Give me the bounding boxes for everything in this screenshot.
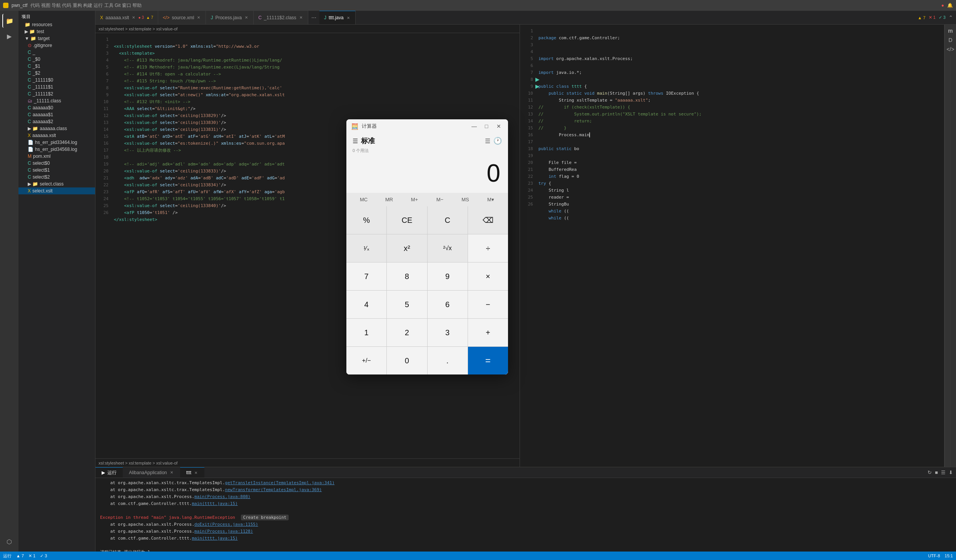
console-link-5[interactable]: doExit(Process.java:1155) bbox=[194, 522, 258, 527]
sidebar-item-_[interactable]: C _ bbox=[18, 49, 95, 56]
scroll-icon[interactable]: ⬇ bbox=[949, 470, 953, 475]
console-link-3[interactable]: main(Process.java:808) bbox=[194, 494, 251, 499]
run-line-btn[interactable]: ▶ bbox=[535, 83, 540, 89]
sidebar-item-_11111class[interactable]: 🗂 _11111.class bbox=[18, 97, 95, 104]
sidebar-item-hs-err-33464[interactable]: 📄 hs_err_pid33464.log bbox=[18, 139, 95, 146]
calc-negate-btn[interactable]: +/− bbox=[346, 347, 386, 374]
sidebar-item-select-class[interactable]: ▶ 📁 select.class bbox=[18, 181, 95, 187]
calc-4-btn[interactable]: 4 bbox=[346, 291, 386, 318]
expand-icon[interactable]: ⌃ bbox=[949, 15, 953, 20]
calc-close-btn[interactable]: ✕ bbox=[494, 122, 503, 131]
bottom-tab-alibana[interactable]: AlibanaApplication ✕ bbox=[123, 467, 180, 478]
sidebar-item-_11111$2[interactable]: C _11111$2 bbox=[18, 90, 95, 97]
sidebar-item-select$2[interactable]: C select$2 bbox=[18, 174, 95, 181]
sidebar-item-_$0[interactable]: C _$0 bbox=[18, 56, 95, 63]
tab-aaaaaa-xslt[interactable]: X aaaaaa.xslt ✕ ● 3 ▲ 7 bbox=[95, 11, 158, 24]
tab-tttt-java[interactable]: J tttt.java ✕ bbox=[319, 11, 356, 24]
calc-3-btn[interactable]: 3 bbox=[428, 319, 468, 346]
calc-minimize-btn[interactable]: — bbox=[470, 122, 479, 131]
sidebar-item-aaaaaa$0[interactable]: C aaaaaa$0 bbox=[18, 104, 95, 111]
console-link-2[interactable]: newTransformer(TemplatesImpl.java:369) bbox=[225, 487, 322, 492]
tab-process-java[interactable]: J Process.java ✕ bbox=[206, 11, 254, 24]
rerun-icon[interactable]: ↻ bbox=[928, 470, 932, 475]
calc-mv-btn[interactable]: M▾ bbox=[478, 195, 503, 204]
toolbar-inspect[interactable]: D bbox=[948, 37, 952, 43]
console-link-4[interactable]: main(tttt.java:15) bbox=[192, 501, 237, 506]
right-code-content[interactable]: package com.ctf.game.Controller; import … bbox=[535, 25, 944, 467]
sidebar-item-aaaaaa-xslt[interactable]: X aaaaaa.xslt bbox=[18, 132, 95, 139]
calc-mc-btn[interactable]: MC bbox=[351, 195, 376, 204]
sidebar-item-_$2[interactable]: C _$2 bbox=[18, 70, 95, 77]
clear-icon[interactable]: ☰ bbox=[941, 470, 946, 475]
calc-5-btn[interactable]: 5 bbox=[387, 291, 427, 318]
calc-8-btn[interactable]: 8 bbox=[387, 262, 427, 290]
calc-hamburger-icon[interactable]: ☰ bbox=[353, 137, 358, 145]
calc-0-btn[interactable]: 0 bbox=[387, 347, 427, 374]
tab-close-source-xml[interactable]: ✕ bbox=[196, 15, 201, 20]
console-link-6[interactable]: main(Process.java:1128) bbox=[194, 529, 253, 534]
calc-equals-btn[interactable]: = bbox=[468, 347, 508, 374]
right-editor-content[interactable]: 1234567891011121314151617181920212223242… bbox=[520, 25, 944, 467]
git-icon[interactable]: ⬡ bbox=[2, 535, 16, 548]
sidebar-item-_$1[interactable]: C _$1 bbox=[18, 63, 95, 70]
tab-close-process-java[interactable]: ✕ bbox=[244, 15, 249, 20]
calc-divide-btn[interactable]: ÷ bbox=[468, 234, 508, 262]
tab-close-tttt-java[interactable]: ✕ bbox=[346, 15, 351, 20]
calc-sqrt-btn[interactable]: ²√x bbox=[428, 234, 468, 262]
bottom-tab-tttt[interactable]: tttt ✕ bbox=[180, 467, 204, 478]
calc-1-btn[interactable]: 1 bbox=[346, 319, 386, 346]
bottom-tab-run[interactable]: ▶ 运行 bbox=[95, 467, 123, 478]
tab-_11111$2-class[interactable]: C _11111$2.class ✕ bbox=[254, 11, 308, 24]
calc-plus-btn[interactable]: + bbox=[468, 319, 508, 346]
sidebar-item-pom-xml[interactable]: M pom.xml bbox=[18, 153, 95, 160]
sidebar-item-select$1[interactable]: C select$1 bbox=[18, 167, 95, 174]
sidebar-item-select-xslt[interactable]: X select.xslt bbox=[18, 187, 95, 194]
calc-mplus-btn[interactable]: M+ bbox=[402, 195, 427, 204]
sidebar-item-resources[interactable]: 📁 resources bbox=[18, 21, 95, 28]
sidebar-item-select$0[interactable]: C select$0 bbox=[18, 160, 95, 167]
sidebar-item-gitignore[interactable]: ⊙ .gitignore bbox=[18, 42, 95, 49]
console-link-1[interactable]: getTransletInstance(TemplatesImpl.java:3… bbox=[225, 480, 335, 485]
toolbar-bookmark[interactable]: </> bbox=[946, 46, 954, 52]
sidebar-item-_11111$1[interactable]: C _11111$1 bbox=[18, 84, 95, 90]
sidebar-item-test[interactable]: ▶ 📁 test bbox=[18, 28, 95, 35]
calc-reciprocal-btn[interactable]: ¹⁄ₓ bbox=[346, 234, 386, 262]
calc-ms-btn[interactable]: MS bbox=[453, 195, 478, 204]
sidebar-item-aaaaaa$1[interactable]: C aaaaaa$1 bbox=[18, 111, 95, 118]
calc-mr-btn[interactable]: MR bbox=[376, 195, 402, 204]
sidebar-item-hs-err-34568[interactable]: 📄 hs_err_pid34568.log bbox=[18, 146, 95, 153]
console-link-7[interactable]: main(tttt.java:15) bbox=[192, 536, 237, 541]
calc-multiply-btn[interactable]: × bbox=[468, 262, 508, 290]
explorer-icon[interactable]: 📁 bbox=[2, 14, 16, 28]
sidebar-item-aaaaaa$2[interactable]: C aaaaaa$2 bbox=[18, 118, 95, 125]
calc-c-btn[interactable]: C bbox=[428, 206, 468, 234]
toolbar-m[interactable]: m bbox=[948, 28, 953, 34]
bottom-tab-close-alibana[interactable]: ✕ bbox=[169, 470, 174, 475]
bottom-tab-close-tttt[interactable]: ✕ bbox=[194, 470, 198, 475]
sidebar-item-aaaaaa-class[interactable]: ▶ 📁 aaaaaa.class bbox=[18, 125, 95, 132]
calc-2-btn[interactable]: 2 bbox=[387, 319, 427, 346]
calc-square-btn[interactable]: x² bbox=[387, 234, 427, 262]
notifications-icon[interactable]: 🔔 bbox=[947, 3, 953, 8]
tab-close-aaaaaa-xslt[interactable]: ✕ bbox=[131, 15, 136, 20]
run-icon[interactable]: ▶ bbox=[2, 29, 16, 43]
create-breakpoint-btn[interactable]: Create breakpoint bbox=[241, 515, 289, 520]
calc-history-btn[interactable]: 🕐 bbox=[493, 137, 502, 145]
stop-icon[interactable]: ■ bbox=[935, 470, 938, 475]
calc-7-btn[interactable]: 7 bbox=[346, 262, 386, 290]
calc-backspace-btn[interactable]: ⌫ bbox=[468, 206, 508, 234]
sidebar-item-_11111$0[interactable]: C _11111$0 bbox=[18, 77, 95, 84]
calc-decimal-btn[interactable]: . bbox=[428, 347, 468, 374]
calc-minus-btn[interactable]: − bbox=[468, 291, 508, 318]
run-line-btn[interactable]: ▶ bbox=[535, 76, 540, 82]
sidebar-item-target[interactable]: ▼ 📁 target bbox=[18, 35, 95, 42]
calc-percent-btn[interactable]: % bbox=[346, 206, 386, 234]
calc-ce-btn[interactable]: CE bbox=[387, 206, 427, 234]
tab-source-xml[interactable]: </> source.xml ✕ bbox=[158, 11, 206, 24]
calc-9-btn[interactable]: 9 bbox=[428, 262, 468, 290]
calc-mminus-btn[interactable]: M− bbox=[427, 195, 453, 204]
tab-overflow[interactable]: ⋯ bbox=[308, 11, 319, 24]
tab-close-class[interactable]: ✕ bbox=[299, 15, 303, 20]
calc-6-btn[interactable]: 6 bbox=[428, 291, 468, 318]
calc-maximize-btn[interactable]: □ bbox=[482, 122, 491, 131]
